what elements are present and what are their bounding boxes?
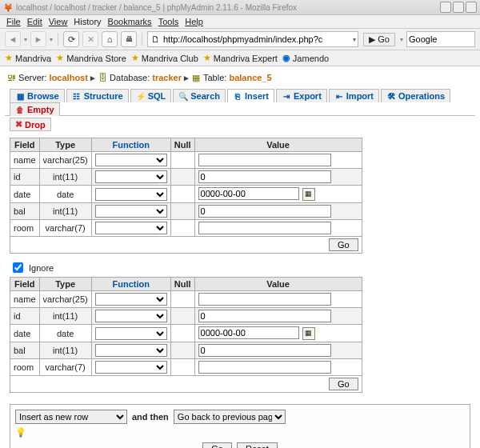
col-value: Value xyxy=(194,138,362,152)
reset-button[interactable]: Reset xyxy=(237,442,278,448)
insert-grid-2: Field Type Function Null Value namevarch… xyxy=(10,277,362,393)
server-icon: 🖳 xyxy=(6,73,16,82)
col-function[interactable]: Function xyxy=(91,138,170,152)
go-button-2[interactable]: Go xyxy=(329,378,358,390)
bookmark-jamendo[interactable]: ◉Jamendo xyxy=(282,53,329,63)
func-date[interactable] xyxy=(95,188,167,201)
ignore-checkbox[interactable] xyxy=(13,262,23,273)
tip-icon: 💡 xyxy=(15,427,26,437)
tab-drop[interactable]: ✖Drop xyxy=(10,118,51,131)
menu-view[interactable]: View xyxy=(49,17,68,26)
menu-file[interactable]: File xyxy=(6,17,21,26)
value-date[interactable] xyxy=(198,187,299,200)
tab-structure[interactable]: ☷Structure xyxy=(66,89,129,102)
insert-grid-1: Field Type Function Null Value namevarch… xyxy=(10,138,362,254)
func2-bal[interactable] xyxy=(95,344,167,357)
menu-tools[interactable]: Tools xyxy=(158,17,179,26)
col-type: Type xyxy=(39,138,91,152)
stop-button[interactable]: ✕ xyxy=(82,31,98,47)
print-button[interactable]: 🖶 xyxy=(121,31,137,47)
tab-import[interactable]: ⇤Import xyxy=(329,89,379,102)
ignore-label: Ignore xyxy=(29,263,54,273)
func2-room[interactable] xyxy=(95,361,167,374)
value2-bal[interactable] xyxy=(198,344,331,357)
nav-toolbar: ◄ ▾ ► ▾ ⟳ ✕ ⌂ 🖶 🗋 ▾ ▶ Go ▾ xyxy=(0,29,480,50)
menu-edit[interactable]: Edit xyxy=(27,17,42,26)
and-then-label: and then xyxy=(132,412,169,422)
url-input[interactable] xyxy=(162,34,353,45)
calendar-icon-2[interactable]: ▦ xyxy=(302,327,315,340)
tab-sql[interactable]: ⚡SQL xyxy=(130,89,172,102)
database-icon: 🗄 xyxy=(98,73,107,82)
tab-search[interactable]: 🔍Search xyxy=(173,89,226,102)
reload-button[interactable]: ⟳ xyxy=(63,31,79,47)
value2-id[interactable] xyxy=(198,310,331,322)
minimize-button[interactable] xyxy=(440,2,451,13)
insert-options: Insert as new row and then Go back to pr… xyxy=(10,404,470,448)
url-bar[interactable]: 🗋 ▾ xyxy=(147,31,358,47)
tab-empty[interactable]: 🗑Empty xyxy=(10,102,60,116)
insert-mode-select[interactable]: Insert as new row xyxy=(15,410,127,424)
go-button[interactable]: ▶ Go xyxy=(363,33,395,46)
func-id[interactable] xyxy=(95,170,167,183)
bookmark-mandriva-store[interactable]: ★Mandriva Store xyxy=(56,53,126,63)
value2-date[interactable] xyxy=(198,326,299,339)
table-icon: ▦ xyxy=(191,73,201,83)
value2-room[interactable] xyxy=(198,361,331,374)
func-bal[interactable] xyxy=(95,205,167,218)
maximize-button[interactable] xyxy=(453,2,464,13)
tab-browse[interactable]: ▦Browse xyxy=(10,89,65,102)
url-dropdown-icon[interactable]: ▾ xyxy=(353,36,356,43)
drop-icon: ✖ xyxy=(15,119,22,130)
calendar-icon[interactable]: ▦ xyxy=(302,188,315,201)
after-insert-select[interactable]: Go back to previous page xyxy=(174,410,286,424)
value2-name[interactable] xyxy=(198,293,331,306)
value-name[interactable] xyxy=(198,154,331,166)
table-tabs: ▦Browse ☷Structure ⚡SQL 🔍Search ⎘Insert … xyxy=(5,88,475,116)
menu-bar: File Edit View History Bookmarks Tools H… xyxy=(0,15,480,29)
menu-bookmarks[interactable]: Bookmarks xyxy=(108,17,152,26)
col-field: Field xyxy=(10,138,40,152)
breadcrumb: 🖳 Server: localhost ▸ 🗄 Database: tracke… xyxy=(5,71,475,88)
database-link[interactable]: tracker xyxy=(152,73,182,82)
func2-name[interactable] xyxy=(95,293,167,306)
col-null: Null xyxy=(170,138,194,152)
value-id[interactable] xyxy=(198,170,331,183)
home-button[interactable]: ⌂ xyxy=(102,31,118,47)
func-name[interactable] xyxy=(95,154,167,166)
forward-button[interactable]: ► xyxy=(30,31,46,47)
site-identity-icon[interactable]: 🗋 xyxy=(151,34,160,44)
menu-history[interactable]: History xyxy=(74,17,101,26)
value-bal[interactable] xyxy=(198,205,331,218)
table-link[interactable]: balance_5 xyxy=(229,73,271,82)
tab-operations[interactable]: 🛠Operations xyxy=(381,89,450,102)
bookmark-mandriva-expert[interactable]: ★Mandriva Expert xyxy=(203,53,278,63)
go-button-1[interactable]: Go xyxy=(329,238,358,251)
go-button-main[interactable]: Go xyxy=(202,442,232,448)
func2-id[interactable] xyxy=(95,310,167,322)
value-room[interactable] xyxy=(198,222,331,234)
func-room[interactable] xyxy=(95,222,167,234)
back-button[interactable]: ◄ xyxy=(5,31,21,47)
func2-date[interactable] xyxy=(95,327,167,340)
menu-help[interactable]: Help xyxy=(185,17,203,26)
bookmark-mandriva[interactable]: ★Mandriva xyxy=(5,53,51,63)
window-titlebar: 🦊 localhost / localhost / tracker / bala… xyxy=(0,0,480,15)
bookmark-mandriva-club[interactable]: ★Mandriva Club xyxy=(131,53,198,63)
search-box[interactable] xyxy=(406,31,475,47)
close-button[interactable] xyxy=(466,2,477,13)
bookmarks-toolbar: ★Mandriva ★Mandriva Store ★Mandriva Club… xyxy=(0,50,480,66)
tab-export[interactable]: ⇥Export xyxy=(276,89,327,102)
server-link[interactable]: localhost xyxy=(50,73,88,82)
window-title: localhost / localhost / tracker / balanc… xyxy=(16,3,438,12)
tab-insert[interactable]: ⎘Insert xyxy=(227,89,274,102)
